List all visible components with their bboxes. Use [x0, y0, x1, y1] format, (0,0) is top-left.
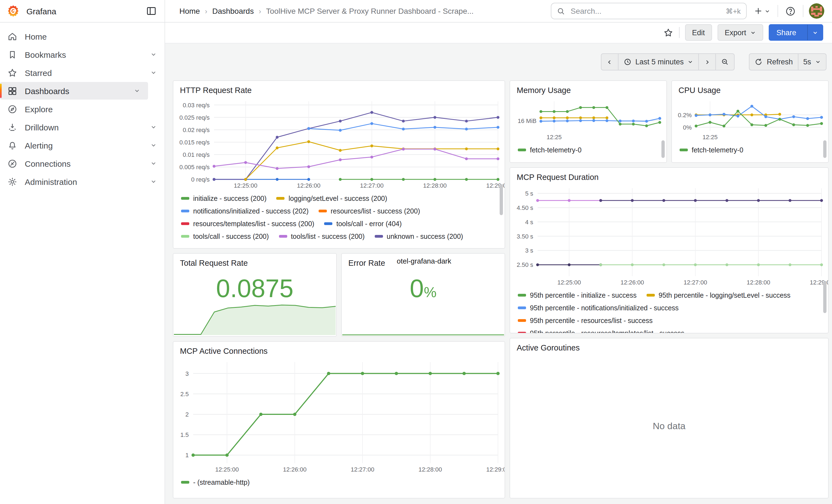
dashboard-toolbar: Edit Export Share	[165, 22, 832, 44]
panel-http-request-rate: HTTP Request Rate 0 req/s0.005 req/s0.01…	[173, 80, 505, 249]
breadcrumb-home[interactable]: Home	[179, 7, 200, 16]
time-range-picker[interactable]: Last 5 minutes	[618, 54, 699, 70]
export-button[interactable]: Export	[718, 24, 763, 41]
legend-swatch	[647, 294, 655, 297]
legend-scrollbar[interactable]	[661, 140, 665, 158]
legend-item[interactable]: tools/list - success (200)	[279, 232, 365, 241]
legend-label: logging/setLevel - success (200)	[289, 194, 387, 202]
favorite-star-icon[interactable]	[663, 27, 673, 38]
search-input[interactable]	[570, 6, 721, 16]
clock-icon	[623, 58, 631, 66]
panel-title[interactable]: Memory Usage	[510, 81, 666, 97]
breadcrumb-separator: ›	[205, 7, 207, 15]
legend-item[interactable]: 95th percentile - logging/setLevel - suc…	[647, 291, 790, 300]
gear-icon	[7, 176, 18, 187]
export-label: Export	[725, 28, 746, 36]
legend-item[interactable]: - (streamable-http)	[181, 478, 250, 487]
chevron-down-icon[interactable]	[150, 160, 157, 167]
chevron-down-icon[interactable]	[150, 51, 157, 58]
legend-scrollbar[interactable]	[823, 140, 827, 158]
mcp-request-duration-chart[interactable]: 2.50 s3 s3.50 s4 s4.50 s5 s12:25:0012:26…	[510, 184, 828, 287]
active-connections-legend: - (streamable-http)	[173, 474, 504, 498]
legend-item[interactable]: 95th percentile - initialize - success	[518, 291, 636, 300]
legend-label: fetch-telemetry-0	[530, 146, 582, 154]
svg-text:16 MiB: 16 MiB	[518, 117, 537, 124]
legend-item[interactable]: tools/call - success (200)	[181, 232, 269, 241]
panel-title[interactable]: MCP Active Connections	[173, 342, 504, 357]
help-button[interactable]	[784, 4, 797, 18]
dashboard-body: Last 5 minutes	[165, 44, 832, 504]
sidebar-item-dashboards[interactable]: Dashboards	[0, 82, 148, 100]
mega-menu-toggle-icon[interactable]	[146, 5, 157, 17]
sidebar-item-administration[interactable]: Administration	[0, 173, 164, 190]
share-label[interactable]: Share	[769, 25, 803, 40]
legend-item[interactable]: resources/templates/list - success (200)	[181, 219, 314, 228]
share-button[interactable]: Share	[769, 24, 823, 41]
panel-title[interactable]: Total Request Rate	[173, 254, 336, 270]
panel-title[interactable]: MCP Request Duration	[510, 168, 828, 184]
panel-title[interactable]: HTTP Request Rate	[173, 81, 504, 97]
edit-button[interactable]: Edit	[685, 24, 712, 41]
sidebar-item-alerting[interactable]: Alerting	[0, 136, 164, 154]
legend-item[interactable]: resources/list - success (200)	[319, 206, 420, 216]
panel-mcp-request-duration: MCP Request Duration 2.50 s3 s3.50 s4 s4…	[510, 167, 829, 334]
zoom-out-button[interactable]	[716, 54, 734, 70]
panel-title[interactable]: Active Goroutines	[510, 338, 828, 354]
legend-item[interactable]: fetch-telemetry-0	[518, 145, 582, 155]
svg-text:12:25: 12:25	[546, 134, 562, 140]
sidebar-item-home[interactable]: Home	[0, 27, 164, 45]
chevron-down-icon[interactable]	[150, 124, 157, 130]
legend-label: fetch-telemetry-0	[692, 146, 744, 154]
legend-item[interactable]: tools/call - error (404)	[324, 219, 402, 228]
legend-swatch	[518, 332, 526, 333]
svg-text:0%: 0%	[683, 124, 692, 131]
grafana-logo-icon[interactable]	[7, 4, 20, 18]
legend-scrollbar[interactable]	[823, 281, 827, 313]
legend-item[interactable]: 95th percentile - resources/list - succe…	[518, 316, 653, 325]
legend-item[interactable]: 95th percentile - resources/templates/li…	[518, 328, 684, 333]
chevron-down-icon[interactable]	[150, 178, 157, 185]
legend-item[interactable]: initialize - success (200)	[181, 194, 267, 203]
legend-item[interactable]: 95th percentile - notifications/initiali…	[518, 303, 679, 313]
svg-text:2.5: 2.5	[180, 391, 189, 398]
legend-label: - (streamable-http)	[193, 478, 250, 486]
panel-title[interactable]: CPU Usage	[672, 81, 828, 97]
sidebar-item-drilldown[interactable]: Drilldown	[0, 118, 164, 136]
breadcrumb-dashboards[interactable]: Dashboards	[212, 7, 254, 16]
sidebar-item-connections[interactable]: Connections	[0, 155, 164, 172]
sidebar-item-explore[interactable]: Explore	[0, 100, 164, 118]
time-controls: Last 5 minutes	[173, 44, 829, 80]
cpu-legend: fetch-telemetry-0	[672, 142, 828, 162]
search-icon	[557, 7, 565, 15]
legend-label: tools/call - success (200)	[193, 233, 269, 240]
chevron-down-icon[interactable]	[150, 142, 157, 149]
sidebar-item-bookmarks[interactable]: Bookmarks	[0, 46, 164, 63]
search-box[interactable]: ⌘+k	[551, 3, 747, 19]
memory-usage-chart[interactable]: 16 MiB12:25	[510, 97, 666, 142]
legend-item[interactable]: fetch-telemetry-0	[680, 145, 744, 155]
legend-item[interactable]: unknown - success (200)	[374, 232, 463, 241]
chevron-down-icon[interactable]	[150, 69, 157, 76]
share-menu-caret[interactable]	[807, 25, 823, 40]
error-rate-sparkline[interactable]	[342, 328, 504, 336]
time-shift-forward-button[interactable]	[699, 54, 716, 70]
mcp-active-connections-chart[interactable]: 11.522.5312:25:0012:26:0012:27:0012:28:0…	[173, 357, 504, 474]
refresh-group: Refresh 5s	[749, 53, 827, 71]
new-menu-button[interactable]	[752, 5, 772, 17]
refresh-button[interactable]: Refresh	[750, 54, 798, 70]
legend-item[interactable]: logging/setLevel - success (200)	[277, 194, 387, 203]
svg-text:12:25:00: 12:25:00	[557, 279, 581, 286]
svg-text:3: 3	[185, 370, 189, 377]
legend-item[interactable]: notifications/initialized - success (202…	[181, 206, 309, 216]
http-request-rate-chart[interactable]: 0 req/s0.005 req/s0.01 req/s0.015 req/s0…	[173, 97, 504, 190]
sidebar-item-starred[interactable]: Starred	[0, 64, 164, 81]
cpu-usage-chart[interactable]: 0%0.2%12:25	[672, 97, 828, 142]
time-shift-back-button[interactable]	[601, 54, 618, 70]
user-avatar[interactable]	[809, 3, 824, 19]
legend-label: tools/list - success (200)	[291, 233, 365, 240]
svg-text:12:25:00: 12:25:00	[215, 466, 239, 473]
stat-value: 0%	[342, 273, 504, 303]
refresh-interval-picker[interactable]: 5s	[798, 54, 826, 70]
chevron-down-icon[interactable]	[134, 87, 140, 94]
legend-scrollbar[interactable]	[500, 184, 503, 215]
